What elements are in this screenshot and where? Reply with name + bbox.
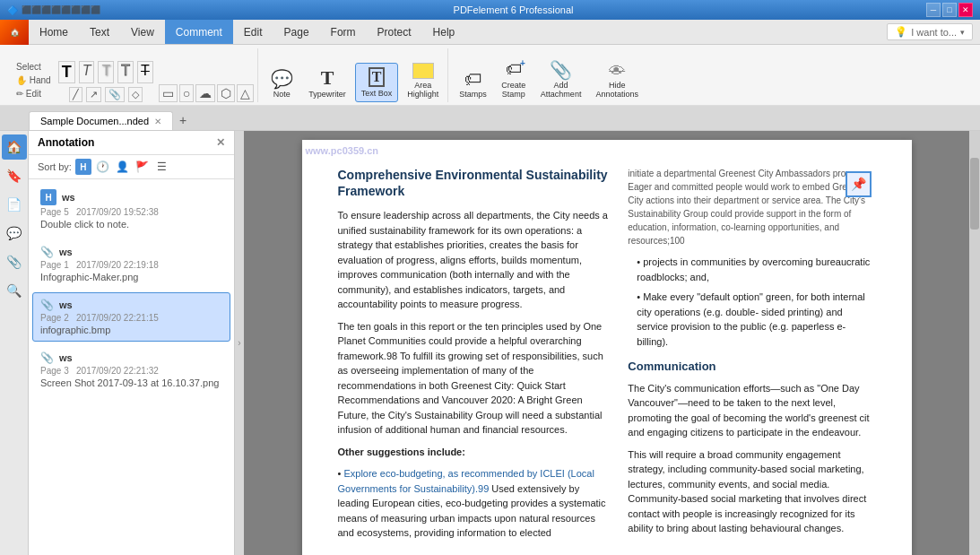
sortby-label: Sort by: [38,161,72,172]
shape-triangle-tool[interactable]: △ [237,84,254,102]
title-bar-title: PDFelement 6 Professional [454,4,574,15]
sort-list-icon[interactable]: ☰ [154,159,170,175]
area-highlight-icon [412,63,434,79]
annotation-item[interactable]: 📎 ws Page 1 2017/09/20 22:19:18 Infograp… [32,239,230,289]
text-outline-tool[interactable]: T [117,61,134,83]
annotation-desc: Screen Shot 2017-09-13 at 16.10.37.png [40,377,222,388]
text-bold-tool[interactable]: T [58,61,75,83]
sort-clock-icon[interactable]: 🕐 [95,159,111,175]
hide-annotations-tool[interactable]: 👁 HideAnnotations [590,59,644,102]
scrollbar-thumb[interactable] [970,158,979,230]
clip-icon: 📎 [40,299,54,311]
menu-bar: 🏠 Home Text View Comment Edit Page Form … [0,20,980,45]
panel-collapse-handle[interactable]: › [235,131,244,555]
nav-home-button[interactable]: 🏠 [2,134,27,160]
menu-page[interactable]: Page [273,20,320,44]
create-stamp-tool[interactable]: 🏷 + CreateStamp [496,56,532,102]
note-icon: 💬 [271,70,293,88]
area-highlight-tool[interactable]: AreaHighlight [402,59,444,102]
menu-bar-right: 💡 I want to... ▾ [887,23,980,40]
pdf-communication-heading: Communication [628,358,875,376]
annotation-item[interactable]: 📎 ws Page 3 2017/09/20 22:21:32 Screen S… [32,345,230,395]
hand-tool[interactable]: ✋ Hand [13,74,55,87]
typewriter-tool[interactable]: T Typewriter [303,65,351,102]
annotation-user: ws [59,247,73,257]
note-tool[interactable]: 💬 Note [264,66,299,102]
draw-arrow-tool[interactable]: ↗ [86,87,101,102]
chevron-down-icon: ▾ [960,28,965,37]
menu-protect[interactable]: Protect [367,20,422,44]
annotation-desc: Double click to note. [40,219,222,230]
nav-page-button[interactable]: 📄 [2,192,27,217]
sort-person-icon[interactable]: 👤 [115,159,131,175]
pdf-suggestions-heading: Other suggestions include: [338,445,611,460]
document-tab[interactable]: Sample Documen...nded ✕ [29,111,173,130]
annotation-desc: Infographic-Maker.png [40,272,222,282]
annotation-close-button[interactable]: ✕ [216,136,225,149]
pdf-content-area: www.pc0359.cn Comprehensive Environmenta… [244,131,980,555]
attachment-pin-icon[interactable]: 📌 [846,171,872,197]
pdf-bullet-eco: • Explore eco-budgeting, as recommended … [338,466,611,541]
menu-text[interactable]: Text [79,20,120,44]
menu-help[interactable]: Help [422,20,466,44]
menu-comment[interactable]: Comment [165,20,233,44]
pdf-section-title: Comprehensive Environmental Sustainabili… [338,167,611,199]
menu-home[interactable]: Home [29,20,79,44]
text-strikethrough-tool[interactable]: T [137,61,153,83]
annotation-user: ws [59,299,73,310]
toolbar: Select ✋ Hand ✏ Edit T T T T T ╱ ↗ 📎 ◇ [0,45,980,106]
main-layout: 🏠 🔖 📄 💬 📎 🔍 Annotation ✕ Sort by: H 🕐 👤 … [0,131,980,555]
menu-edit[interactable]: Edit [233,20,273,44]
nav-bookmark-button[interactable]: 🔖 [2,163,27,188]
draw-clip-tool[interactable]: 📎 [105,87,125,102]
maximize-button[interactable]: □ [942,3,957,17]
iwant-search[interactable]: 💡 I want to... ▾ [887,23,973,40]
select-tool[interactable]: Select [13,60,55,74]
nav-search-button[interactable]: 🔍 [2,278,27,303]
sort-flag-icon[interactable]: 🚩 [134,159,151,175]
nav-comment-button[interactable]: 💬 [2,221,27,246]
annotation-badge: H [40,189,56,205]
annotation-user: ws [62,192,75,203]
pdf-columns: Comprehensive Environmental Sustainabili… [338,167,876,548]
text-italic-tool[interactable]: T [79,61,95,83]
stamps-tool[interactable]: 🏷 Stamps [454,66,492,102]
shape-circle-tool[interactable]: ○ [179,84,194,102]
app-icon: 🔷 [7,5,18,15]
add-attachment-icon: 📎 [550,61,572,79]
pdf-page: www.pc0359.cn Comprehensive Environmenta… [302,140,912,555]
annotation-meta: Page 2 2017/09/20 22:21:15 [40,313,222,323]
new-tab-button[interactable]: + [173,110,193,130]
text-shadow-tool[interactable]: T [98,61,114,83]
menu-view[interactable]: View [120,20,165,44]
annotation-sortby: Sort by: H 🕐 👤 🚩 ☰ [29,155,234,179]
annotation-item-selected[interactable]: 📎 ws Page 2 2017/09/20 22:21:15 infograp… [32,292,230,342]
tab-title: Sample Documen...nded [40,116,149,126]
tab-close-button[interactable]: ✕ [154,117,161,126]
annotation-user: ws [59,352,73,363]
pdf-paragraph-2: The ten goals in this report or the ten … [338,319,611,438]
annotation-meta: Page 5 2017/09/20 19:52:38 [40,207,222,217]
add-attachment-tool[interactable]: 📎 AddAttachment [535,57,587,102]
tab-bar: Sample Documen...nded ✕ + [0,106,980,131]
draw-line-tool[interactable]: ╱ [69,87,82,102]
pdf-scrollbar[interactable] [969,131,980,555]
close-button[interactable]: ✕ [958,3,973,17]
nav-attachment-button[interactable]: 📎 [2,249,27,274]
edit-tool[interactable]: ✏ Edit [13,87,55,100]
menu-form[interactable]: Form [320,20,367,44]
minimize-button[interactable]: ─ [926,3,941,17]
annotation-meta: Page 3 2017/09/20 22:21:32 [40,366,222,376]
app-icons-group: ⬛⬛⬛⬛⬛⬛⬛⬛ [22,5,100,14]
annotation-item[interactable]: H ws Page 5 2017/09/20 19:52:38 Double c… [32,183,230,236]
pdf-paragraph-1: To ensure leadership across all departme… [338,208,611,312]
shape-rect-tool[interactable]: ▭ [159,84,178,102]
stamps-icon: 🏷 [464,70,482,88]
draw-eraser-tool[interactable]: ◇ [128,87,143,102]
app-logo: 🏠 [0,20,29,45]
bulb-icon: 💡 [895,26,907,38]
shape-hex-tool[interactable]: ⬡ [217,84,235,102]
shape-cloud-tool[interactable]: ☁ [195,84,215,102]
textbox-tool[interactable]: T Text Box [355,63,399,102]
sort-highlight-icon[interactable]: H [75,159,91,175]
